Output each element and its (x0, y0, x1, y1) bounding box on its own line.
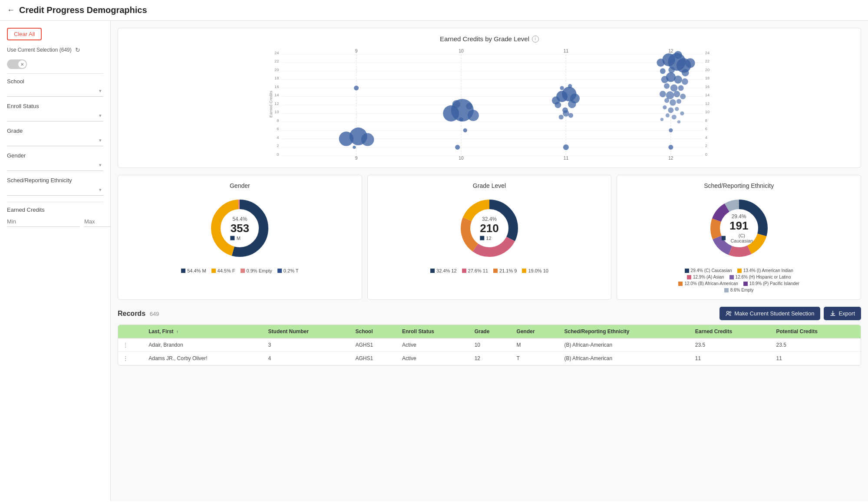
records-table-wrapper: Last, First ↑ Student Number School Enro… (118, 325, 861, 366)
col-ethnicity[interactable]: Sched/Reporting Ethnicity (560, 325, 690, 338)
refresh-icon[interactable]: ↻ (75, 46, 80, 53)
svg-point-77 (559, 115, 564, 119)
bubble-chart-title: Earned Credits by Grade Level i (125, 35, 854, 43)
enroll-status-cell: Active (398, 338, 470, 352)
grade-donut-svg-container: 32.4% 210 12 (455, 194, 524, 263)
svg-text:12: 12 (668, 156, 673, 161)
svg-point-58 (455, 145, 460, 150)
max-input[interactable] (84, 217, 111, 227)
svg-text:24: 24 (274, 51, 279, 55)
svg-text:10: 10 (459, 49, 464, 53)
col-grade[interactable]: Grade (470, 325, 512, 338)
last-first-cell: Adair, Brandon (144, 338, 264, 352)
svg-point-100 (664, 98, 669, 103)
row-menu[interactable]: ⋮ (118, 338, 144, 352)
records-count: 649 (150, 311, 159, 317)
gender-donut-num: 353 (231, 222, 249, 235)
bubble-chart-info-icon[interactable]: i (532, 36, 539, 43)
records-header: Records 649 Make Current Student Selecti… (118, 307, 861, 320)
grade-select-wrapper (7, 136, 103, 146)
ethnicity-cell: (B) African-American (560, 352, 690, 365)
svg-text:4: 4 (277, 135, 279, 140)
svg-point-62 (468, 110, 479, 121)
legend-swatch (729, 275, 734, 279)
make-selection-label: Make Current Student Selection (734, 310, 814, 317)
back-button[interactable]: ← (7, 6, 15, 15)
legend-swatch (737, 269, 742, 273)
svg-point-59 (463, 128, 467, 132)
col-school[interactable]: School (351, 325, 398, 338)
toggle-switch[interactable]: ✕ (7, 59, 27, 69)
student-number-cell: 3 (264, 338, 351, 352)
ethnicity-label: Sched/Reporting Ethnicity (7, 177, 103, 184)
records-title-row: Records 649 (118, 310, 159, 318)
enroll-status-select[interactable] (7, 111, 103, 121)
svg-text:9: 9 (355, 156, 358, 161)
legend-item: 0.2% T (277, 268, 299, 273)
clear-all-button[interactable]: Clear All (7, 28, 42, 40)
export-button[interactable]: Export (824, 307, 861, 320)
ethnicity-donut-sublabel: (C) Caucasian (722, 233, 756, 243)
donut-charts-row: Gender 54.4% (118, 175, 861, 300)
sidebar: Clear All Use Current Selection (649) ↻ … (0, 21, 111, 501)
svg-point-74 (568, 84, 572, 88)
school-select[interactable] (7, 86, 103, 97)
row-menu[interactable]: ⋮ (118, 352, 144, 365)
svg-point-76 (568, 113, 573, 118)
col-gender[interactable]: Gender (512, 325, 560, 338)
svg-text:10: 10 (459, 156, 464, 161)
bubble-chart-svg: 0 2 4 6 8 10 12 14 16 18 20 22 24 (125, 48, 854, 161)
col-student-number[interactable]: Student Number (264, 325, 351, 338)
school-cell: AGHS1 (351, 338, 398, 352)
earned-credits-cell: 23.5 (691, 338, 772, 352)
svg-text:8: 8 (705, 118, 707, 123)
svg-text:10: 10 (274, 110, 279, 114)
table-row: ⋮ Adair, Brandon 3 AGHS1 Active 10 M (B)… (118, 338, 861, 352)
users-icon (726, 311, 732, 317)
enroll-status-label: Enroll Status (7, 103, 103, 109)
legend-item: 29.4% (C) Caucasian (685, 268, 732, 273)
col-last-first[interactable]: Last, First ↑ (144, 325, 264, 338)
page-title: Credit Progress Demographics (19, 5, 147, 15)
svg-text:2: 2 (705, 144, 707, 148)
svg-text:0: 0 (705, 152, 707, 157)
ethnicity-select[interactable] (7, 185, 103, 196)
gender-cell: M (512, 338, 560, 352)
filter-enroll-status: Enroll Status (7, 103, 103, 121)
grade-cell: 10 (470, 338, 512, 352)
legend-item: 8.6% Empty (724, 288, 754, 292)
col-potential-credits[interactable]: Potential Credits (772, 325, 861, 338)
svg-point-52 (354, 85, 359, 90)
legend-item: 21.1% 9 (493, 268, 517, 273)
make-selection-button[interactable]: Make Current Student Selection (719, 307, 820, 320)
svg-text:12: 12 (274, 102, 279, 106)
svg-point-106 (680, 112, 684, 115)
svg-text:20: 20 (705, 68, 710, 72)
svg-text:Earned Credits: Earned Credits (269, 91, 273, 118)
min-input[interactable] (7, 217, 80, 227)
svg-point-84 (685, 58, 695, 68)
grade-select[interactable] (7, 136, 103, 146)
grade-donut-legend: 32.4% 12 27.6% 11 21.1% 9 19.0% 10 (430, 268, 548, 273)
col-earned-credits[interactable]: Earned Credits (691, 325, 772, 338)
svg-point-91 (674, 75, 682, 84)
svg-point-92 (682, 79, 688, 85)
records-section: Records 649 Make Current Student Selecti… (118, 307, 861, 366)
col-enroll-status[interactable]: Enroll Status (398, 325, 470, 338)
gender-donut-sublabel: M (231, 235, 249, 240)
svg-text:16: 16 (705, 85, 710, 89)
grade-donut-swatch (480, 236, 484, 240)
gender-donut-svg-container: 54.4% 353 M (205, 194, 274, 263)
svg-point-107 (666, 113, 670, 117)
svg-text:20: 20 (274, 68, 279, 72)
gender-select[interactable] (7, 161, 103, 171)
svg-point-103 (663, 105, 667, 109)
svg-point-85 (674, 51, 682, 59)
grade-donut-wrapper: 32.4% 210 12 32.4% 12 27.6% 11 21.1% 9 1 (375, 194, 604, 273)
svg-point-104 (668, 107, 673, 113)
legend-item: 27.6% 11 (462, 268, 488, 273)
legend-item: 32.4% 12 (430, 268, 456, 273)
svg-point-79 (669, 128, 673, 132)
legend-swatch (685, 269, 689, 273)
selection-row: Use Current Selection (649) ↻ (7, 46, 103, 53)
